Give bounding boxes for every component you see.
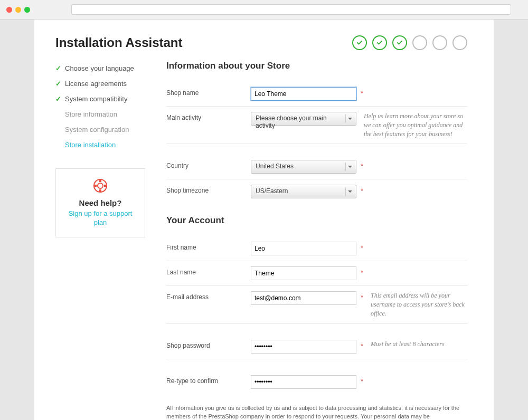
timezone-label: Shop timezone — [166, 185, 251, 194]
required-marker: * — [361, 266, 363, 276]
progress-step-5 — [432, 35, 447, 50]
password-input[interactable] — [251, 340, 356, 354]
page-header: Installation Assistant — [55, 35, 467, 50]
svg-point-1 — [98, 183, 103, 188]
maximize-window-button[interactable] — [24, 7, 30, 13]
progress-indicator — [352, 35, 467, 50]
sidebar-item-label: License agreements — [65, 80, 127, 88]
help-heading: Need help? — [62, 198, 138, 207]
timezone-select[interactable]: US/Eastern — [251, 185, 356, 198]
sidebar-item-label: System compatibility — [65, 95, 127, 103]
check-icon: ✓ — [55, 80, 62, 88]
last-name-input[interactable] — [251, 266, 356, 280]
sidebar-item-label: Choose your language — [65, 64, 134, 72]
page-title: Installation Assistant — [55, 35, 183, 50]
main-activity-select[interactable]: Please choose your main activity — [251, 112, 356, 126]
required-marker: * — [361, 291, 363, 301]
country-label: Country — [166, 160, 251, 169]
confirm-password-input[interactable] — [251, 375, 356, 389]
url-bar[interactable] — [71, 4, 511, 15]
last-name-label: Last name — [166, 266, 251, 276]
country-select[interactable]: United States — [251, 160, 356, 174]
shop-name-label: Shop name — [166, 87, 251, 97]
required-marker: * — [361, 340, 363, 350]
account-section-title: Your Account — [166, 215, 467, 226]
window-controls — [6, 7, 30, 13]
progress-step-4 — [412, 35, 427, 50]
required-marker: * — [361, 87, 363, 97]
sidebar-item-store-install[interactable]: Store installation — [55, 137, 145, 152]
first-name-input[interactable] — [251, 242, 356, 255]
main-activity-label: Main activity — [166, 112, 251, 121]
required-marker: * — [361, 160, 363, 170]
required-marker: * — [361, 185, 363, 195]
chevron-down-icon — [345, 163, 354, 171]
store-section-title: Information about your Store — [166, 61, 467, 71]
select-value: US/Eastern — [256, 187, 288, 195]
sidebar-item-system-config[interactable]: System configuration — [55, 122, 145, 137]
help-box: Need help? Sign up for a support plan — [55, 168, 145, 237]
chevron-down-icon — [345, 187, 354, 196]
sidebar-item-language[interactable]: ✓Choose your language — [55, 61, 145, 76]
sidebar-item-label: System configuration — [65, 126, 129, 133]
check-icon: ✓ — [55, 95, 62, 103]
life-ring-icon — [93, 178, 108, 193]
sidebar-item-compatibility[interactable]: ✓System compatibility — [55, 91, 145, 107]
main-activity-hint: Help us learn more about your store so w… — [364, 112, 467, 138]
disclaimer-text: All information you give us is collected… — [166, 404, 467, 420]
sidebar-item-license[interactable]: ✓License agreements — [55, 76, 145, 91]
password-hint: Must be at least 8 characters — [371, 340, 467, 349]
sidebar: ✓Choose your language ✓License agreement… — [55, 61, 145, 420]
browser-chrome — [0, 0, 528, 20]
progress-step-3 — [392, 35, 407, 50]
email-hint: This email address will be your username… — [371, 291, 467, 318]
confirm-label: Re-type to confirm — [166, 375, 251, 385]
sidebar-item-label: Store information — [65, 110, 117, 118]
progress-step-6 — [452, 35, 467, 50]
progress-step-1 — [352, 35, 367, 50]
select-value: Please choose your main activity — [256, 114, 327, 129]
progress-step-2 — [372, 35, 387, 50]
required-marker: * — [361, 242, 363, 252]
close-window-button[interactable] — [6, 7, 12, 13]
minimize-window-button[interactable] — [15, 7, 21, 13]
page-container: Installation Assistant ✓Choose your lang… — [34, 20, 494, 420]
required-marker: * — [361, 375, 363, 385]
first-name-label: First name — [166, 242, 251, 251]
sidebar-item-label: Store installation — [65, 141, 116, 149]
check-icon: ✓ — [55, 64, 62, 72]
email-label: E-mail address — [166, 291, 251, 301]
password-label: Shop password — [166, 340, 251, 349]
sidebar-item-store-info[interactable]: Store information — [55, 107, 145, 122]
help-link[interactable]: Sign up for a support plan — [62, 209, 138, 227]
chevron-down-icon — [345, 114, 354, 123]
shop-name-input[interactable] — [251, 87, 356, 101]
main-content: Information about your Store Shop name *… — [166, 61, 467, 420]
email-input[interactable] — [251, 291, 356, 305]
select-value: United States — [256, 163, 294, 170]
